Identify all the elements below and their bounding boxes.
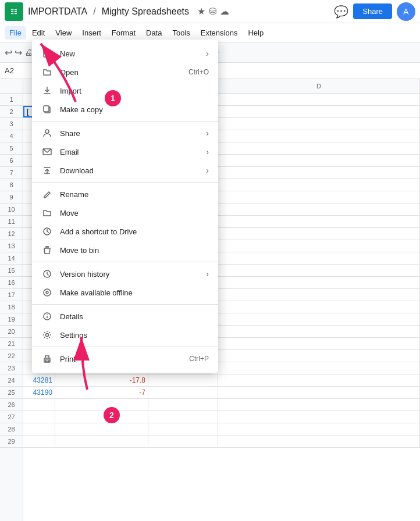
offline-icon xyxy=(41,287,53,298)
svg-point-16 xyxy=(44,289,51,296)
share-arrow-icon: › xyxy=(206,129,209,138)
details-icon xyxy=(41,311,53,322)
svg-rect-23 xyxy=(45,360,49,362)
menu-option-move[interactable]: Move xyxy=(32,204,218,222)
menu-option-rename[interactable]: Rename xyxy=(32,185,218,204)
menu-option-open[interactable]: Open Ctrl+O xyxy=(32,63,218,81)
move-to-bin-label: Move to bin xyxy=(60,246,209,255)
print-label: Print xyxy=(60,355,189,363)
details-label: Details xyxy=(60,312,209,321)
dropdown-overlay[interactable]: New › Open Ctrl+O Import Make a copy xyxy=(0,0,420,521)
download-label: Download xyxy=(60,166,206,175)
menu-option-new[interactable]: New › xyxy=(32,44,218,63)
menu-option-settings[interactable]: Settings xyxy=(32,326,218,344)
menu-option-email[interactable]: Email › xyxy=(32,142,218,161)
version-history-icon xyxy=(41,268,53,280)
rename-label: Rename xyxy=(60,190,209,199)
print-menu-icon xyxy=(41,353,53,365)
divider-3 xyxy=(32,262,218,262)
svg-point-12 xyxy=(45,130,49,133)
settings-icon xyxy=(41,329,53,341)
print-shortcut: Ctrl+P xyxy=(189,355,209,363)
download-arrow-icon: › xyxy=(206,166,209,175)
offline-label: Make available offline xyxy=(60,288,209,297)
divider-2 xyxy=(32,182,218,183)
menu-option-move-to-bin[interactable]: Move to bin xyxy=(32,241,218,259)
version-history-arrow-icon: › xyxy=(206,269,209,279)
menu-option-share[interactable]: Share › xyxy=(32,124,218,142)
menu-option-offline[interactable]: Make available offline xyxy=(32,283,218,302)
download-icon xyxy=(41,165,53,176)
email-icon xyxy=(41,146,53,158)
open-label: Open xyxy=(60,68,188,77)
open-shortcut: Ctrl+O xyxy=(188,68,209,76)
menu-option-make-copy[interactable]: Make a copy xyxy=(32,100,218,119)
divider-5 xyxy=(32,347,218,347)
svg-point-17 xyxy=(46,291,48,294)
move-label: Move xyxy=(60,209,209,217)
svg-point-21 xyxy=(46,334,49,337)
svg-point-20 xyxy=(47,314,48,315)
menu-option-import[interactable]: Import xyxy=(32,81,218,100)
file-menu-dropdown: New › Open Ctrl+O Import Make a copy xyxy=(32,40,218,373)
settings-label: Settings xyxy=(60,331,209,340)
add-shortcut-label: Add a shortcut to Drive xyxy=(60,227,209,236)
make-copy-label: Make a copy xyxy=(60,105,209,114)
email-arrow-icon: › xyxy=(206,147,209,156)
menu-option-add-shortcut[interactable]: Add a shortcut to Drive xyxy=(32,222,218,241)
share-label: Share xyxy=(60,129,206,138)
make-copy-icon xyxy=(41,104,53,115)
import-icon xyxy=(41,85,53,97)
menu-option-print[interactable]: Print Ctrl+P xyxy=(32,349,218,368)
move-icon xyxy=(41,207,53,219)
add-shortcut-icon xyxy=(41,226,53,237)
menu-option-version-history[interactable]: Version history › xyxy=(32,265,218,283)
new-label: New xyxy=(60,49,206,58)
open-icon xyxy=(41,66,53,78)
move-to-bin-icon xyxy=(41,244,53,256)
menu-option-download[interactable]: Download › xyxy=(32,161,218,180)
import-label: Import xyxy=(60,87,209,95)
menu-option-details[interactable]: Details xyxy=(32,307,218,326)
rename-icon xyxy=(41,188,53,200)
divider-1 xyxy=(32,121,218,122)
share-icon xyxy=(41,127,53,139)
new-arrow-icon: › xyxy=(206,49,209,58)
version-history-label: Version history xyxy=(60,270,206,279)
divider-4 xyxy=(32,304,218,305)
email-label: Email xyxy=(60,148,206,156)
new-icon xyxy=(41,48,53,59)
svg-rect-11 xyxy=(44,106,49,112)
